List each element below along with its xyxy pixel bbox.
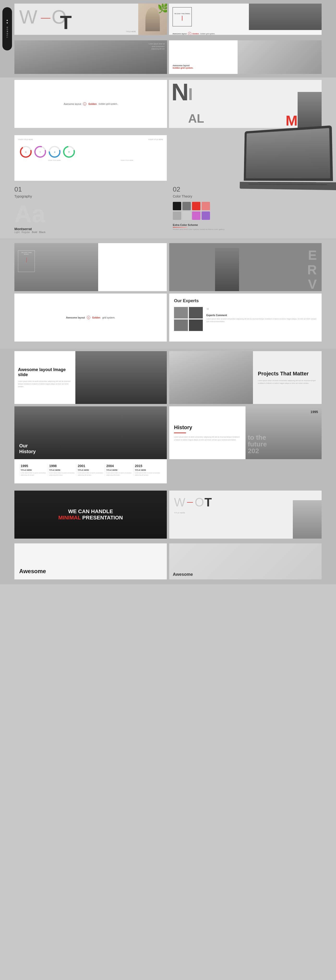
laptop-screen — [246, 128, 330, 178]
swatch-gray — [182, 202, 191, 210]
circle-icon-3: ◈ — [54, 151, 56, 153]
section-top: W O T TITLE HERE 🌿 THE EVERY THING MINIM… — [0, 0, 336, 78]
circle-icon-4: ❖ — [68, 151, 70, 153]
cta-accent-word: MINIMAL — [58, 515, 81, 520]
section-projects: Awesome layout Image slide Lorem ipsum d… — [0, 349, 336, 488]
nominal-slide: N I M AL — [169, 80, 322, 128]
img-person-dark — [75, 351, 167, 404]
laptop-area — [169, 135, 322, 181]
experts-comment: ❝ Experts Comment Lorem ipsum dolor sit … — [206, 307, 317, 331]
letter-w: W — [19, 6, 37, 28]
awesome-layout-label: Awesome layout — [172, 33, 187, 35]
matter-left-img — [169, 351, 253, 404]
history-year-display: 1995 — [311, 410, 318, 414]
feature-title-1: Typography — [14, 194, 163, 198]
grid-system-label: Golden grid system. — [200, 33, 215, 35]
red-v-line — [26, 258, 27, 262]
history-right-title: History — [174, 424, 241, 431]
timeline-years: 1995 TITLE HERE Lorem ipsum dolor sit am… — [19, 464, 162, 476]
experts-content: ❝ Experts Comment Lorem ipsum dolor sit … — [174, 307, 317, 331]
our-history-slide: OurHistory 1995 TITLE HERE Lorem ipsum d… — [14, 406, 167, 484]
golden-right-image — [249, 3, 322, 30]
letter-m: M — [286, 113, 298, 128]
year-1998-desc: Lorem ipsum dolor sit amet consectetur a… — [49, 472, 75, 476]
section-nominal: Awesome layout ♦ Golden Golden grid syst… — [0, 78, 336, 130]
letter-r: R — [304, 262, 317, 277]
keyboard-row — [257, 182, 316, 183]
awesome-img-slide: Awesome layout Image slide Lorem ipsum d… — [14, 351, 167, 404]
laptop-keyboard — [240, 182, 336, 190]
weight-bold: Bold — [32, 231, 37, 234]
dark-left-panel: Lorem ipsum dolor sitamet consecteturadi… — [14, 40, 167, 74]
history-row: OurHistory 1995 TITLE HERE Lorem ipsum d… — [14, 406, 322, 484]
cta-line-1: WE CAN HANDLE — [58, 508, 123, 515]
right-image-half — [237, 40, 322, 74]
golden-inline: Awesome layout ♦ Golden grid system. — [66, 316, 115, 319]
circle-icon-1: ⊙ — [25, 151, 27, 153]
wyo-typo-slide: W O T TITLE HERE 🌿 — [14, 3, 167, 35]
grid-system-small: grid system. — [102, 317, 115, 319]
year-2015-desc: Lorem ipsum dolor sit amet consectetur a… — [135, 472, 161, 476]
year-1995-subtitle: TITLE HERE — [21, 469, 46, 471]
sidebar[interactable]: ▲ ▼ SCROLL — [2, 7, 12, 50]
golden-slide-inner: THE EVERY THING MINIMAL — [169, 3, 322, 30]
underline-red — [173, 227, 187, 228]
last-row: Awesome Awesome — [0, 541, 336, 584]
year-2015-subtitle: TITLE HERE — [135, 469, 161, 471]
grid-label-centered: Golden grid system. — [99, 103, 118, 105]
awesome-right-img — [75, 351, 167, 404]
awesome-last-title: Awesome — [19, 568, 46, 574]
cta-grid: WE CAN HANDLE MINIMAL PRESENTATION W O T… — [14, 491, 322, 539]
preview-row-1: THE EVERY THING MINIMAL E R V YE. — [14, 243, 322, 291]
label-3: YOUR TITLE HERE — [48, 160, 61, 161]
laptop-section: YOUR TITLE HERE YOUR TITLE HERE ⊙ — [0, 130, 336, 238]
history-future-text: to thefuture202 — [248, 434, 267, 454]
swatch-row-2 — [173, 212, 322, 220]
preview-row-2: Awesome layout ♦ Golden grid system. Our… — [14, 294, 322, 342]
laptop-screen-content — [246, 128, 330, 178]
awesome-last-slide: Awesome — [14, 543, 167, 579]
letter-t: T — [60, 11, 72, 33]
arrow-up-icon: ▲ — [6, 19, 8, 21]
cta-content: WE CAN HANDLE MINIMAL PRESENTATION — [58, 508, 123, 521]
wyo-w: W — [174, 495, 185, 509]
weight-light: Light — [14, 231, 20, 234]
swatch-pink — [202, 202, 210, 210]
wyo-red-line — [187, 502, 193, 503]
awesome-text-small: Awesome layout — [66, 317, 85, 319]
person-image-left: THE EVERY THING MINIMAL — [14, 243, 98, 291]
year-1998-subtitle: TITLE HERE — [49, 469, 75, 471]
awesome-main-title: Awesome layout Image slide — [18, 367, 72, 377]
red-line-decoration — [41, 18, 50, 19]
year-1995-desc: Lorem ipsum dolor sit amet consectetur a… — [21, 472, 46, 476]
year-2001-subtitle: TITLE HERE — [78, 469, 104, 471]
history-right-img: 1995 to thefuture202 — [245, 406, 322, 459]
awesome-left: Awesome layout Image slide Lorem ipsum d… — [14, 351, 75, 404]
weight-black: Black — [39, 231, 46, 234]
history-right-text: Lorem ipsum dolor sit amet consectetur a… — [174, 436, 241, 441]
red-accent-line — [182, 16, 182, 21]
swatch-llgray — [182, 212, 191, 220]
golden-bordered-box: THE EVERY THING MINIMAL — [172, 7, 192, 26]
swatch-lgray — [173, 212, 181, 220]
circles-container: ⊙ ✈ ◈ — [14, 145, 167, 158]
leaf-icon: 🌿 — [158, 3, 167, 14]
small-golden-icon: ♦ — [87, 316, 90, 319]
cta-dark-slide: WE CAN HANDLE MINIMAL PRESENTATION — [14, 491, 167, 539]
our-history-text: OurHistory — [19, 443, 36, 454]
year-1995: 1995 — [21, 464, 46, 468]
letter-al: AL — [188, 111, 204, 126]
infographic-labels-bottom: YOUR TITLE HERE YOUR TITLE HERE — [14, 158, 167, 162]
font-weights: Light Regular Bold Black — [14, 231, 163, 234]
projects-matter-slide: Projects That Matter Lorem ipsum dolor s… — [169, 351, 322, 404]
circle-icon-2: ✈ — [39, 151, 41, 153]
centered-icon: ♦ — [83, 102, 86, 106]
golden-left: THE EVERY THING MINIMAL — [169, 3, 249, 30]
nominal-person — [298, 92, 322, 128]
section-previews: THE EVERY THING MINIMAL E R V YE. Aweso — [0, 238, 336, 349]
person-box-slide: THE EVERY THING MINIMAL — [14, 243, 167, 291]
golden-label-centered: Golden — [88, 103, 97, 105]
awesome-golden-right: Awesome layout Golden grid system. — [169, 40, 322, 74]
crowd-overlay — [14, 406, 167, 459]
year-col-3: 2001 TITLE HERE Lorem ipsum dolor sit am… — [76, 464, 105, 476]
